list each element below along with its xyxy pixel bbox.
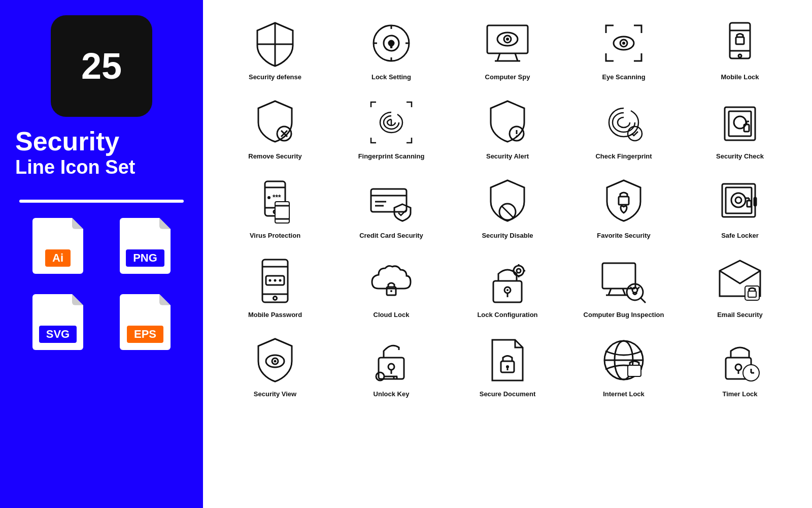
svg-point-15	[506, 38, 509, 41]
left-panel: 25 Security Line Icon Set Ai PNG	[0, 0, 203, 508]
svg-rect-110	[628, 365, 641, 376]
svg-point-69	[274, 279, 277, 281]
svg-point-96	[274, 360, 277, 362]
svg-point-56	[731, 193, 746, 207]
security-defense-label: Security defense	[249, 73, 301, 82]
lock-configuration-cell: Lock Configuration	[451, 248, 564, 322]
svg-point-77	[514, 266, 524, 276]
virus-protection-label: Virus Protection	[250, 232, 300, 240]
timer-lock-cell: Timer Lock	[683, 327, 797, 401]
svg-point-112	[735, 364, 741, 370]
svg-rect-47	[371, 189, 407, 212]
mobile-lock-cell: Mobile Lock	[683, 10, 797, 84]
svg-line-84	[608, 289, 611, 295]
cloud-lock-cell: Cloud Lock	[334, 248, 448, 322]
fingerprint-scanning-label: Fingerprint Scanning	[358, 152, 425, 161]
security-view-cell: Security View	[218, 327, 332, 401]
remove-security-icon	[245, 94, 306, 150]
svg-format: SVG	[19, 294, 96, 360]
svg-rect-19	[730, 23, 750, 58]
png-file-icon: PNG	[115, 218, 176, 284]
computer-spy-label: Computer Spy	[485, 73, 530, 82]
ai-label: Ai	[45, 249, 71, 267]
internet-lock-label: Internet Lock	[603, 390, 645, 399]
security-defense-icon	[245, 15, 306, 71]
virus-protection-icon: ***	[245, 174, 306, 230]
svg-line-88	[640, 298, 646, 303]
computer-bug-inspection-cell: Computer Bug Inspection	[567, 248, 681, 322]
png-label: PNG	[126, 249, 164, 267]
security-check-label: Security Check	[716, 152, 764, 161]
svg-line-85	[623, 289, 625, 295]
svg-point-76	[506, 289, 509, 291]
security-view-label: Security View	[254, 390, 296, 399]
computer-spy-icon	[477, 15, 538, 71]
svg-line-52	[501, 206, 514, 218]
credit-card-security-cell: Credit Card Security	[334, 169, 448, 243]
svg-rect-23	[736, 37, 744, 44]
lock-configuration-icon	[477, 253, 538, 309]
secure-document-cell: Secure Document	[451, 327, 564, 401]
lock-configuration-label: Lock Configuration	[477, 311, 537, 320]
svg-point-66	[274, 296, 277, 300]
secure-document-label: Secure Document	[480, 390, 536, 399]
svg-line-10	[497, 53, 500, 61]
svg-rect-59	[747, 201, 751, 207]
email-security-icon	[709, 253, 770, 309]
ai-file-icon: Ai	[27, 218, 88, 284]
divider	[19, 200, 184, 203]
svg-rect-36	[744, 124, 749, 132]
svg-point-42	[267, 196, 270, 199]
email-security-label: Email Security	[717, 311, 763, 320]
icons-grid: Security defense Lock Setting	[218, 10, 797, 401]
icon-count-badge: 25	[51, 15, 152, 117]
eye-scanning-icon	[593, 15, 654, 71]
internet-lock-cell: Internet Lock	[567, 327, 681, 401]
eps-file-icon: EPS	[115, 294, 176, 360]
png-format: PNG	[107, 218, 184, 284]
remove-security-cell: Remove Security	[218, 89, 332, 164]
security-check-cell: Security Check	[683, 89, 797, 164]
svg-point-78	[517, 269, 521, 273]
svg-rect-44	[275, 202, 289, 223]
lock-setting-cell: Lock Setting	[334, 10, 448, 84]
svg-point-57	[735, 197, 741, 203]
security-view-icon	[245, 332, 306, 388]
secure-document-icon	[477, 332, 538, 388]
svg-point-70	[279, 279, 282, 281]
cloud-lock-label: Cloud Lock	[374, 311, 410, 320]
security-check-icon	[709, 94, 770, 150]
safe-locker-cell: Safe Locker	[683, 169, 797, 243]
title-block: Security Line Icon Set	[10, 127, 193, 179]
check-fingerprint-cell: Check Fingerprint	[567, 89, 681, 164]
file-formats: Ai PNG SVG EPS	[19, 218, 184, 360]
security-alert-icon	[477, 94, 538, 150]
unlock-key-cell: Unlock Key	[334, 327, 448, 401]
svg-point-72	[390, 290, 392, 292]
remove-security-label: Remove Security	[248, 152, 302, 161]
ai-format: Ai	[19, 218, 96, 284]
mobile-password-label: Mobile Password	[248, 311, 302, 320]
cloud-lock-icon	[361, 253, 422, 309]
svg-point-22	[738, 54, 741, 57]
virus-protection-cell: *** Virus Protection	[218, 169, 332, 243]
svg-point-89	[632, 288, 637, 293]
computer-bug-inspection-label: Computer Bug Inspection	[584, 311, 664, 320]
safe-locker-icon	[709, 174, 770, 230]
svg-point-30	[516, 135, 518, 137]
fingerprint-scanning-icon	[361, 94, 422, 150]
unlock-key-icon	[361, 332, 422, 388]
svg-point-18	[622, 42, 625, 45]
credit-card-security-label: Credit Card Security	[359, 232, 423, 240]
internet-lock-icon	[593, 332, 654, 388]
computer-spy-cell: Computer Spy	[451, 10, 564, 84]
right-panel: Security defense Lock Setting	[203, 0, 812, 508]
eye-scanning-cell: Eye Scanning	[567, 10, 681, 84]
svg-rect-53	[619, 197, 629, 205]
timer-lock-label: Timer Lock	[722, 390, 757, 399]
lock-setting-icon	[361, 15, 422, 71]
svg-label: SVG	[39, 326, 77, 343]
svg-line-11	[515, 53, 518, 61]
mobile-password-cell: Mobile Password	[218, 248, 332, 322]
security-alert-cell: Security Alert	[451, 89, 564, 164]
